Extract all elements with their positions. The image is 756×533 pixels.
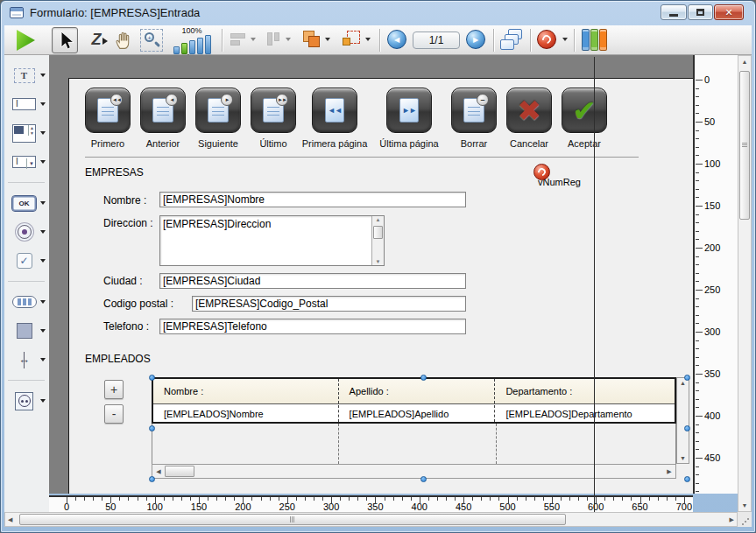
resize-grip[interactable] — [738, 512, 752, 527]
zoom-bars-icon[interactable] — [167, 35, 216, 54]
selection-handle[interactable] — [420, 476, 427, 482]
remove-row-button[interactable]: - — [104, 404, 124, 424]
data-dropdown-icon[interactable] — [562, 38, 568, 41]
ruler-tick — [696, 264, 699, 265]
vertical-scrollbar-thumb[interactable] — [739, 71, 750, 220]
tool-dropdown-icon[interactable] — [40, 300, 46, 304]
tool-dropdown-icon[interactable] — [40, 102, 46, 106]
selection-handle[interactable] — [149, 476, 155, 482]
entry-order-tool-button[interactable]: Z — [86, 31, 107, 50]
codigo-postal-field[interactable]: [EMPRESAS]Codigo_Postal — [192, 296, 466, 312]
execute-form-button[interactable] — [17, 30, 35, 51]
form-limit-guide-line[interactable] — [594, 57, 595, 512]
form-canvas[interactable]: ◄◄Primero◄Anterior►Siguiente►►Último◄◄Pr… — [49, 55, 693, 494]
data-menu-button[interactable] — [537, 30, 556, 49]
scroll-left-icon[interactable]: ◀ — [152, 465, 165, 478]
cell-value[interactable]: [EMPLEADOS]Nombre — [153, 405, 338, 422]
column-header[interactable]: Departamento : — [494, 379, 675, 403]
tool-dropdown-icon[interactable] — [40, 399, 46, 403]
tool-dropdown-icon[interactable] — [40, 131, 46, 135]
tool-dropdown-icon[interactable] — [40, 358, 46, 361]
ruler-label: 150 — [704, 200, 720, 211]
tool-checkbox[interactable]: ✓ — [4, 250, 49, 271]
form-button-anterior[interactable]: ◄ — [140, 88, 186, 133]
listbox-header-row[interactable]: Nombre :Apellido :Departamento : — [153, 379, 675, 404]
horizontal-scrollbar[interactable]: ◀ ▶ — [4, 512, 738, 527]
scroll-right-icon[interactable]: ▶ — [730, 516, 734, 523]
numreg-variable-icon[interactable] — [533, 164, 550, 180]
tool-combo-box[interactable]: I — [4, 151, 49, 172]
form-button-primera-página[interactable]: ◄◄ — [312, 88, 357, 133]
tool-listbox[interactable] — [4, 123, 49, 144]
zoom-tool-button[interactable]: + — [140, 29, 163, 52]
listbox-body[interactable] — [152, 424, 676, 464]
scroll-down-icon[interactable]: ▼ — [738, 502, 751, 508]
cell-value[interactable]: [EMPLEADOS]Apellido — [338, 405, 495, 422]
form-button-siguiente[interactable]: ► — [195, 88, 241, 133]
selection-handle[interactable] — [684, 375, 690, 381]
tool-dropdown-icon[interactable] — [40, 259, 46, 263]
minimize-button[interactable] — [661, 4, 687, 20]
column-header[interactable]: Nombre : — [153, 379, 338, 403]
listbox-horizontal-scrollbar[interactable]: ◀ ▶ — [152, 464, 676, 479]
column-header[interactable]: Apellido : — [338, 379, 495, 403]
library-button[interactable] — [582, 29, 607, 51]
field-scrollbar[interactable]: ▲▼ — [371, 216, 384, 265]
maximize-button[interactable] — [688, 4, 713, 20]
tool-splitter[interactable] — [4, 349, 49, 370]
tool-static-text[interactable]: T — [4, 65, 49, 86]
selection-tool-button[interactable] — [52, 27, 78, 53]
titlebar[interactable]: Formulario: [EMPRESAS]Entrada ✕ — [1, 1, 756, 25]
previous-page-button[interactable]: ◀ — [387, 30, 406, 49]
scroll-up-icon[interactable]: ▲ — [677, 380, 689, 386]
scroll-up-icon[interactable]: ▲ — [372, 217, 384, 222]
form-button-cancelar[interactable]: ✖ — [506, 88, 552, 133]
tool-button-grid[interactable] — [4, 291, 49, 312]
tool-dropdown-icon[interactable] — [40, 201, 46, 205]
tool-dropdown-icon[interactable] — [40, 230, 46, 234]
add-row-button[interactable]: + — [104, 380, 124, 399]
selection-handle[interactable] — [420, 375, 427, 381]
zoom-level-control[interactable]: 100% — [167, 26, 216, 54]
scroll-right-icon[interactable]: ▶ — [663, 465, 675, 478]
listbox-data-row[interactable]: [EMPLEADOS]Nombre[EMPLEADOS]Apellido[EMP… — [153, 405, 675, 422]
scroll-down-icon[interactable]: ▼ — [372, 259, 384, 264]
ruler-tick — [526, 497, 526, 501]
vertical-scrollbar[interactable]: ▲ ▼ — [738, 55, 752, 512]
selection-handle[interactable] — [684, 425, 690, 431]
scroll-up-icon[interactable]: ▲ — [738, 59, 751, 65]
tool-rectangle[interactable] — [4, 320, 49, 341]
scroll-left-icon[interactable]: ◀ — [8, 516, 12, 523]
tool-button[interactable]: OK — [4, 193, 49, 214]
scroll-down-icon[interactable]: ▼ — [677, 455, 689, 461]
direccion-field[interactable]: [EMPRESAS]Direccion▲▼ — [159, 215, 385, 266]
nombre-field[interactable]: [EMPRESAS]Nombre — [159, 192, 466, 207]
form-button-primero[interactable]: ◄◄ — [85, 88, 131, 133]
form-pages-button[interactable] — [500, 29, 523, 52]
next-page-button[interactable]: ▶ — [466, 30, 485, 49]
ciudad-field[interactable]: [EMPRESAS]Ciudad — [159, 273, 466, 289]
tool-dropdown-icon[interactable] — [40, 74, 46, 77]
selection-handle[interactable] — [684, 476, 690, 482]
tool-dropdown-icon[interactable] — [40, 329, 46, 333]
form-button-borrar[interactable]: – — [451, 88, 497, 133]
tool-plugin-area[interactable] — [4, 390, 49, 411]
selection-handle[interactable] — [149, 425, 155, 431]
cell-value[interactable]: [EMPLEADOS]Departamento — [494, 405, 675, 422]
form-button-última-página[interactable]: ►► — [386, 88, 432, 133]
listbox-detail-area[interactable]: Nombre :Apellido :Departamento : [EMPLEA… — [152, 377, 676, 424]
tool-radio-button[interactable] — [4, 221, 49, 242]
close-button[interactable]: ✕ — [714, 4, 744, 20]
listbox-vertical-scrollbar[interactable]: ▲ ▼ — [676, 377, 689, 464]
form-button-último[interactable]: ►► — [251, 88, 296, 133]
tool-input-field[interactable]: I — [4, 94, 49, 115]
tool-dropdown-icon[interactable] — [40, 160, 46, 164]
selection-handle[interactable] — [149, 375, 155, 381]
scrollbar-thumb[interactable] — [373, 226, 383, 239]
form-button-aceptar[interactable]: ✔ — [562, 88, 607, 133]
horizontal-scrollbar-thumb[interactable] — [19, 514, 566, 525]
pan-tool-button[interactable] — [113, 29, 135, 55]
empleados-listbox[interactable]: Nombre :Apellido :Departamento : [EMPLEA… — [152, 377, 689, 479]
scrollbar-thumb[interactable] — [165, 466, 194, 477]
telefono-field[interactable]: [EMPRESAS]Telefono — [159, 319, 466, 334]
